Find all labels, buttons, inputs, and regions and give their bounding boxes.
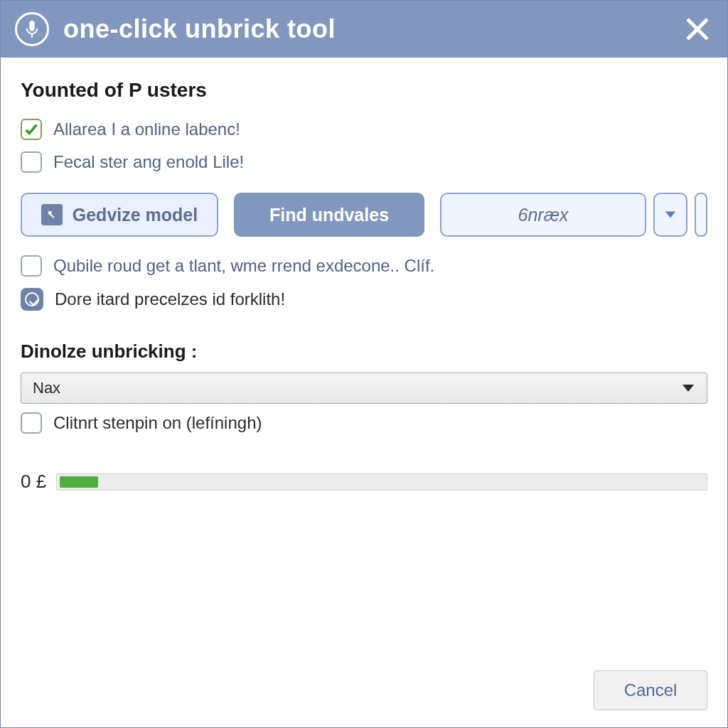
checkbox-online-label: Allarea I a online labenc! (53, 119, 240, 139)
find-undvales-button[interactable]: Find undvales (234, 193, 424, 237)
section2-heading: Dinolze unbricking : (21, 341, 707, 363)
cancel-button[interactable]: Cancel (594, 670, 707, 710)
select-dropdown-button[interactable] (653, 193, 687, 237)
progress-fill (60, 476, 98, 488)
check-row-enold[interactable]: Fecal ster ang enold Lile! (21, 151, 707, 173)
close-icon (683, 15, 712, 43)
progress-bar (56, 473, 707, 491)
find-undvales-label: Find undvales (269, 205, 389, 225)
chevron-down-icon (664, 210, 677, 220)
select-button[interactable]: 6nræx (440, 193, 646, 237)
svg-marker-7 (682, 385, 694, 392)
unbricking-dropdown[interactable]: Nax (21, 373, 707, 404)
cancel-button-label: Cancel (624, 680, 678, 700)
check-row-stenpin[interactable]: Clitnrt stenpin on (lefíningh) (21, 412, 707, 434)
footer: Cancel (594, 670, 707, 710)
checkbox-qubile-label: Qubile roud get a tlant, wme rrend exdec… (53, 256, 434, 276)
select-group: 6nræx (440, 193, 707, 237)
checkbox-dore[interactable] (21, 288, 43, 311)
checkbox-stenpin-label: Clitnrt stenpin on (lefíningh) (53, 413, 262, 433)
svg-rect-0 (29, 21, 34, 31)
titlebar: one-click unbrick tool (1, 1, 727, 58)
key-icon-box (41, 204, 63, 225)
check-row-qubile[interactable]: Qubile roud get a tlant, wme rrend exdec… (21, 255, 707, 277)
microphone-icon (24, 19, 40, 39)
check-row-dore[interactable]: Dore itard precelzes id forklith! (21, 288, 707, 311)
checkbox-online[interactable] (21, 119, 42, 140)
checkbox-enold[interactable] (21, 151, 42, 173)
checkbox-qubile[interactable] (21, 255, 42, 277)
select-extra-handle[interactable] (695, 193, 707, 237)
key-icon (46, 209, 58, 220)
section1-heading: Younted of P usters (21, 79, 707, 102)
select-button-label: 6nræx (518, 205, 569, 225)
checkbox-dore-label: Dore itard precelzes id forklith! (55, 289, 285, 309)
devize-model-button[interactable]: Gedvize model (21, 193, 218, 237)
window-title: one-click unbrick tool (63, 14, 682, 44)
app-icon (15, 12, 49, 46)
chevron-down-icon (681, 383, 695, 393)
check-row-online[interactable]: Allarea I a online labenc! (21, 119, 707, 140)
button-row: Gedvize model Find undvales 6nræx (21, 193, 707, 237)
progress-label: 0 £ (21, 471, 46, 493)
app-window: one-click unbrick tool Younted of P uste… (0, 0, 728, 728)
checkbox-stenpin[interactable] (21, 412, 42, 434)
progress-row: 0 £ (21, 471, 707, 493)
checkmark-icon (23, 122, 39, 137)
unbricking-dropdown-value: Nax (33, 379, 60, 397)
svg-rect-1 (31, 33, 33, 38)
svg-rect-5 (50, 214, 54, 218)
checkbox-enold-label: Fecal ster ang enold Lile! (53, 152, 244, 172)
dialog-body: Younted of P usters Allarea I a online l… (1, 58, 727, 727)
close-button[interactable] (682, 14, 713, 45)
devize-model-label: Gedvize model (73, 205, 198, 225)
svg-marker-6 (665, 212, 675, 218)
